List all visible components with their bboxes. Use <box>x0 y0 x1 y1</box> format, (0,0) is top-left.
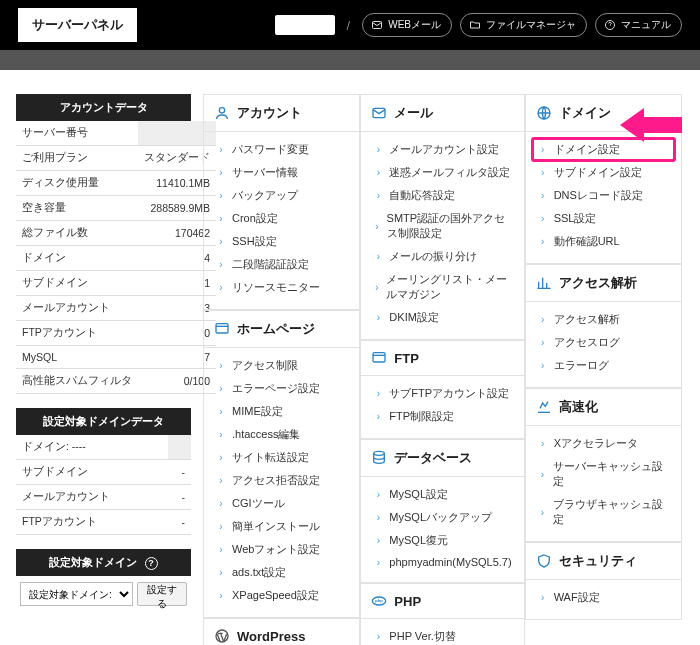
link-label: FTP制限設定 <box>389 409 454 424</box>
link-label: サーバーキャッシュ設定 <box>553 459 669 489</box>
target-domain-data-table: ドメイン: ----サブドメイン-メールアカウント-FTPアカウント- <box>16 435 191 535</box>
account-row-label: メールアカウント <box>16 296 138 321</box>
link-homepage-3[interactable]: ›.htaccess編集 <box>210 423 353 446</box>
filemanager-link[interactable]: ファイルマネージャ <box>460 13 587 37</box>
link-account-2[interactable]: ›バックアップ <box>210 184 353 207</box>
chevron-right-icon: › <box>216 429 226 440</box>
link-mail-3[interactable]: ›SMTP認証の国外アクセス制限設定 <box>367 207 517 245</box>
link-access-1[interactable]: ›アクセスログ <box>532 331 675 354</box>
link-account-3[interactable]: ›Cron設定 <box>210 207 353 230</box>
link-homepage-9[interactable]: ›ads.txt設定 <box>210 561 353 584</box>
target-domain-set-button[interactable]: 設定する <box>137 582 187 606</box>
chevron-right-icon: › <box>216 259 226 270</box>
link-homepage-2[interactable]: ›MIME設定 <box>210 400 353 423</box>
link-domain-1[interactable]: ›サブドメイン設定 <box>532 161 675 184</box>
target-row-value <box>168 435 192 460</box>
link-account-5[interactable]: ›二段階認証設定 <box>210 253 353 276</box>
link-label: アクセス解析 <box>554 312 620 327</box>
link-homepage-8[interactable]: ›Webフォント設定 <box>210 538 353 561</box>
link-ftp-0[interactable]: ›サブFTPアカウント設定 <box>367 382 517 405</box>
link-label: DKIM設定 <box>389 310 439 325</box>
link-db-3[interactable]: ›phpmyadmin(MySQL5.7) <box>367 552 517 572</box>
link-homepage-10[interactable]: ›XPageSpeed設定 <box>210 584 353 607</box>
panel-head-account: アカウント <box>204 95 359 132</box>
panel-body-speed: ›Xアクセラレータ›サーバーキャッシュ設定›ブラウザキャッシュ設定 <box>526 426 681 541</box>
chevron-right-icon: › <box>538 438 548 449</box>
access-icon <box>536 275 552 291</box>
link-security-0[interactable]: ›WAF設定 <box>532 586 675 609</box>
link-homepage-4[interactable]: ›サイト転送設定 <box>210 446 353 469</box>
link-ftp-1[interactable]: ›FTP制限設定 <box>367 405 517 428</box>
link-db-2[interactable]: ›MySQL復元 <box>367 529 517 552</box>
link-label: MySQL設定 <box>389 487 448 502</box>
link-mail-6[interactable]: ›DKIM設定 <box>367 306 517 329</box>
link-access-2[interactable]: ›エラーログ <box>532 354 675 377</box>
link-label: リソースモニター <box>232 280 320 295</box>
link-domain-0[interactable]: ›ドメイン設定 <box>532 138 675 161</box>
security-icon <box>536 553 552 569</box>
panel-ftp: FTP›サブFTPアカウント設定›FTP制限設定 <box>360 340 524 439</box>
panel-body-ftp: ›サブFTPアカウント設定›FTP制限設定 <box>361 376 523 438</box>
chevron-right-icon: › <box>373 388 383 399</box>
link-label: SSH設定 <box>232 234 277 249</box>
link-speed-0[interactable]: ›Xアクセラレータ <box>532 432 675 455</box>
link-label: MIME設定 <box>232 404 283 419</box>
account-row-label: ディスク使用量 <box>16 171 138 196</box>
link-homepage-6[interactable]: ›CGIツール <box>210 492 353 515</box>
account-row-label: FTPアカウント <box>16 321 138 346</box>
chevron-right-icon: › <box>216 383 226 394</box>
chevron-right-icon: › <box>373 221 380 232</box>
panel-body-php: ›PHP Ver.切替›php.ini設定 <box>361 619 523 645</box>
account-row: 高性能スパムフィルタ0/100 <box>16 369 216 394</box>
help-icon[interactable]: ? <box>145 557 158 570</box>
chevron-right-icon: › <box>216 406 226 417</box>
svg-point-2 <box>219 108 224 113</box>
link-db-0[interactable]: ›MySQL設定 <box>367 483 517 506</box>
link-label: アクセス制限 <box>232 358 298 373</box>
panel-wordpress: WordPress›WordPress簡単インストール›WordPress簡単移… <box>203 618 360 645</box>
panel-title-db: データベース <box>394 449 472 467</box>
link-homepage-1[interactable]: ›エラーページ設定 <box>210 377 353 400</box>
link-domain-4[interactable]: ›動作確認URL <box>532 230 675 253</box>
link-account-1[interactable]: ›サーバー情報 <box>210 161 353 184</box>
link-homepage-0[interactable]: ›アクセス制限 <box>210 354 353 377</box>
link-account-6[interactable]: ›リソースモニター <box>210 276 353 299</box>
link-speed-1[interactable]: ›サーバーキャッシュ設定 <box>532 455 675 493</box>
link-homepage-7[interactable]: ›簡単インストール <box>210 515 353 538</box>
target-row: ドメイン: ---- <box>16 435 191 460</box>
sub-band <box>0 50 700 70</box>
panel-head-php: phpPHP <box>361 584 523 619</box>
chevron-right-icon: › <box>216 452 226 463</box>
link-account-4[interactable]: ›SSH設定 <box>210 230 353 253</box>
webmail-link[interactable]: WEBメール <box>362 13 452 37</box>
chevron-right-icon: › <box>216 498 226 509</box>
chevron-right-icon: › <box>538 507 548 518</box>
panel-db: データベース›MySQL設定›MySQLバックアップ›MySQL復元›phpmy… <box>360 439 524 583</box>
link-mail-0[interactable]: ›メールアカウント設定 <box>367 138 517 161</box>
manual-link[interactable]: マニュアル <box>595 13 682 37</box>
panel-body-homepage: ›アクセス制限›エラーページ設定›MIME設定›.htaccess編集›サイト転… <box>204 348 359 617</box>
target-domain-select[interactable]: 設定対象ドメイン: <box>20 582 133 606</box>
php-icon: php <box>371 593 387 609</box>
link-php-0[interactable]: ›PHP Ver.切替 <box>367 625 517 645</box>
link-mail-2[interactable]: ›自動応答設定 <box>367 184 517 207</box>
link-access-0[interactable]: ›アクセス解析 <box>532 308 675 331</box>
link-mail-4[interactable]: ›メールの振り分け <box>367 245 517 268</box>
account-row: サブドメイン1 <box>16 271 216 296</box>
target-row-value: - <box>168 485 192 510</box>
link-mail-5[interactable]: ›メーリングリスト・メールマガジン <box>367 268 517 306</box>
chevron-right-icon: › <box>216 167 226 178</box>
link-domain-2[interactable]: ›DNSレコード設定 <box>532 184 675 207</box>
link-speed-2[interactable]: ›ブラウザキャッシュ設定 <box>532 493 675 531</box>
chevron-right-icon: › <box>373 312 383 323</box>
link-homepage-5[interactable]: ›アクセス拒否設定 <box>210 469 353 492</box>
link-db-1[interactable]: ›MySQLバックアップ <box>367 506 517 529</box>
link-domain-3[interactable]: ›SSL設定 <box>532 207 675 230</box>
link-mail-1[interactable]: ›迷惑メールフィルタ設定 <box>367 161 517 184</box>
panel-head-mail: メール <box>361 95 523 132</box>
account-row: ご利用プランスタンダード <box>16 146 216 171</box>
account-row: FTPアカウント0 <box>16 321 216 346</box>
link-account-0[interactable]: ›パスワード変更 <box>210 138 353 161</box>
panel-head-homepage: ホームページ <box>204 311 359 348</box>
topbar: サーバーパネル / WEBメール ファイルマネージャ マニュアル <box>0 0 700 50</box>
